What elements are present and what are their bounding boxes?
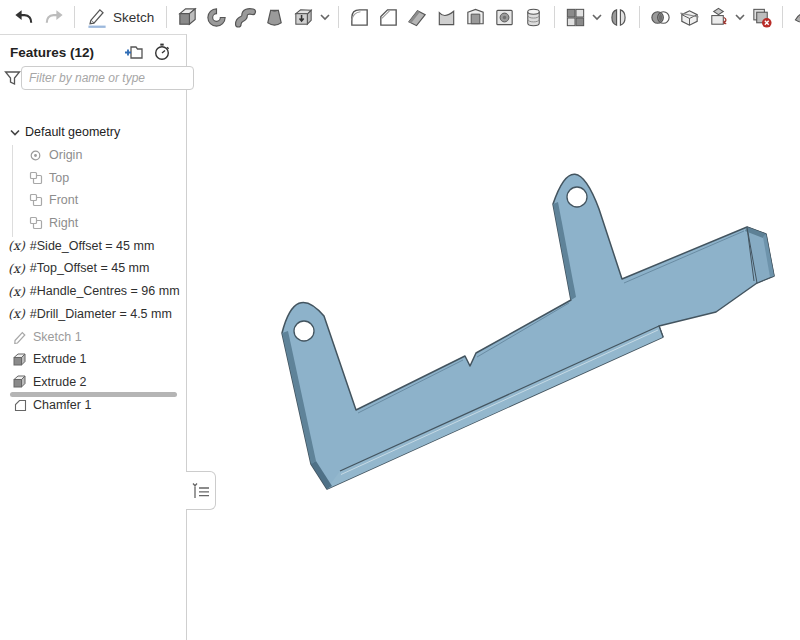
top-mount-hole[interactable] [567,187,587,207]
add-folder-button[interactable] [124,42,144,62]
feature-extrude-2[interactable]: Extrude 2 [0,371,185,394]
tree-item-label: Front [49,193,78,207]
filter-input[interactable] [21,66,194,90]
tree-item-default-geometry[interactable]: Default geometry [0,121,185,144]
variable-icon: (x) [8,261,25,276]
bracket-body[interactable] [282,174,774,489]
variable-icon: (x) [8,306,25,321]
features-panel-header: Features (12) [0,41,180,63]
features-panel: Features (12) Default g [0,34,187,640]
tree-indent-guide [12,145,13,237]
feature-extrude-1[interactable]: Extrude 1 [0,348,185,371]
graphics-viewport[interactable] [187,0,800,640]
feature-sketch-1[interactable]: Sketch 1 [0,325,185,348]
plane-icon [28,193,43,208]
feature-list-toggle-button[interactable] [186,471,216,510]
feature-tree: Default geometry Origin Top Front Right [0,121,185,416]
add-folder-icon [125,44,144,60]
feature-label: Chamfer 1 [33,398,91,412]
left-mount-hole[interactable] [294,321,314,341]
sketch-icon [12,329,27,344]
tree-item-front-plane[interactable]: Front [0,189,185,212]
feature-label: Sketch 1 [33,330,82,344]
tree-item-label: Origin [49,148,82,162]
tree-item-label: Right [49,216,78,230]
tree-item-origin[interactable]: Origin [0,144,185,167]
feature-label: Extrude 2 [33,375,87,389]
variable-drill-diameter[interactable]: (x) #Drill_Diameter = 4.5 mm [0,303,185,326]
features-panel-title: Features (12) [0,45,124,60]
variable-label: #Drill_Diameter = 4.5 mm [30,307,172,321]
bracket-silhouette[interactable] [282,174,774,489]
variable-icon: (x) [8,284,25,299]
plane-icon [28,216,43,231]
feature-timer-button[interactable] [152,42,172,62]
variable-label: #Side_Offset = 45 mm [30,239,155,253]
origin-icon [28,148,43,163]
tree-item-label: Top [49,171,69,185]
variable-top-offset[interactable]: (x) #Top_Offset = 45 mm [0,257,185,280]
feature-timer-icon [153,43,171,61]
plane-icon [28,170,43,185]
variable-label: #Top_Offset = 45 mm [30,261,150,275]
extrude-icon [12,352,27,367]
filter-funnel-icon[interactable] [4,67,21,89]
extrude-icon [12,374,27,389]
filter-row [0,65,186,91]
tree-item-top-plane[interactable]: Top [0,166,185,189]
feature-list-toggle-icon [191,482,211,500]
variable-icon: (x) [8,238,25,253]
variable-handle-centres[interactable]: (x) #Handle_Centres = 96 mm [0,280,185,303]
chamfer-icon [12,397,27,412]
tree-item-label: Default geometry [25,125,120,139]
chevron-down-icon[interactable] [8,125,22,140]
tree-item-right-plane[interactable]: Right [0,212,185,235]
feature-list-scrollbar[interactable] [10,392,177,397]
feature-label: Extrude 1 [33,352,87,366]
variable-side-offset[interactable]: (x) #Side_Offset = 45 mm [0,234,185,257]
variable-label: #Handle_Centres = 96 mm [30,284,180,298]
